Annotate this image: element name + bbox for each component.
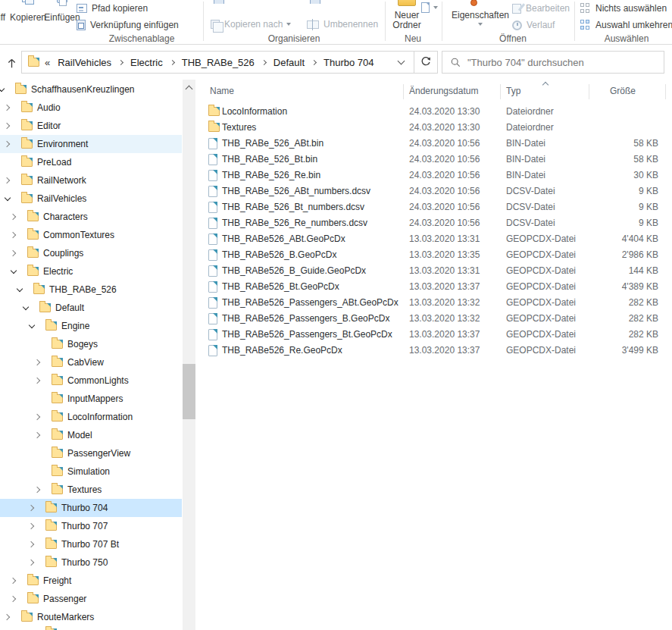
chevron-expanded-icon[interactable] [27, 321, 36, 331]
paste-shortcut-button[interactable]: Verknüpfung einfügen [77, 18, 179, 32]
tree-item-characters[interactable]: Characters [0, 208, 182, 226]
tree-item-railvehicles[interactable]: RailVehicles [0, 190, 182, 208]
chevron-expanded-icon[interactable] [9, 267, 18, 276]
edit-button[interactable]: Bearbeiten [512, 2, 570, 15]
tree-scrollbar[interactable] [183, 80, 195, 630]
breadcrumb-item[interactable]: Default [269, 57, 319, 68]
search-box[interactable] [442, 51, 664, 74]
tree-item-freight[interactable]: Freight [0, 572, 182, 590]
file-row-thb-rabe526-passengers-abt-geopcdx[interactable]: THB_RABe526_Passengers_ABt.GeoPcDx 13.03… [197, 295, 672, 311]
file-row-thb-rabe526-bt-geopcdx[interactable]: THB_RABe526_Bt.GeoPcDx 13.03.2020 13:37 … [197, 279, 672, 295]
column-divider[interactable] [403, 84, 404, 99]
column-header-date[interactable]: Änderungsdatum [409, 86, 478, 96]
chevron-collapsed-icon[interactable] [9, 230, 18, 240]
chevron-collapsed-icon[interactable] [3, 103, 12, 112]
scrollbar-thumb[interactable] [183, 364, 195, 419]
column-header-type[interactable]: Typ [506, 86, 520, 96]
file-row-thb-rabe-526-re-bin[interactable]: THB_RABe_526_Re.bin 24.03.2020 10:56 BIN… [197, 168, 672, 183]
search-input[interactable] [461, 57, 664, 68]
breadcrumb-separator-icon[interactable] [311, 59, 317, 64]
breadcrumb-separator-icon[interactable] [170, 59, 175, 64]
tree-item-couplings[interactable]: Couplings [0, 244, 182, 262]
breadcrumb-separator-icon[interactable] [118, 59, 123, 64]
chevron-collapsed-icon[interactable] [33, 376, 42, 385]
file-row-textures[interactable]: Textures 24.03.2020 13:30 Dateiordner [197, 120, 672, 136]
tree-item-schaffhausenkreuzlingen[interactable]: SchaffhausenKreuzlingen [0, 80, 182, 99]
file-row-thb-rabe-526-abt-numbers-dcsv[interactable]: THB_RABe_526_ABt_numbers.dcsv 24.03.2020… [197, 183, 672, 199]
file-row-thb-rabe526-b-geopcdx[interactable]: THB_RABe526_B.GeoPcDx 13.03.2020 13:35 G… [197, 247, 672, 263]
tree-item-partial[interactable] [0, 626, 182, 630]
tree-item-cabview[interactable]: CabView [0, 353, 182, 371]
breadcrumb-item[interactable]: RailVehicles [53, 57, 126, 68]
address-bar[interactable]: « RailVehicles Electric THB_RABe_526 [21, 51, 414, 74]
copy-path-button[interactable]: Pfad kopieren [77, 2, 148, 15]
chevron-collapsed-icon[interactable] [3, 139, 12, 149]
chevron-collapsed-icon[interactable] [9, 594, 18, 603]
column-header-name[interactable]: Name [210, 86, 234, 96]
chevron-expanded-icon[interactable] [21, 303, 30, 312]
chevron-collapsed-icon[interactable] [27, 558, 36, 567]
tree-item-textures[interactable]: Textures [0, 481, 182, 499]
breadcrumb-overflow-icon[interactable]: « [45, 57, 50, 68]
tree-item-inputmappers[interactable]: InputMappers [0, 390, 182, 408]
rename-button[interactable]: Umbenennen [307, 17, 378, 31]
tree-item-thurbo-707[interactable]: Thurbo 707 [0, 517, 182, 535]
tree-item-thurbo-707-bt[interactable]: Thurbo 707 Bt [0, 535, 182, 553]
tree-item-thurbo-750[interactable]: Thurbo 750 [0, 553, 182, 572]
select-none-button[interactable]: Nichts auswählen [580, 2, 667, 15]
tree-item-model[interactable]: Model [0, 426, 182, 444]
tree-item-audio[interactable]: Audio [0, 99, 182, 117]
chevron-collapsed-icon[interactable] [3, 176, 12, 185]
tree-item-default[interactable]: Default [0, 299, 182, 317]
tree-item-locoinformation[interactable]: LocoInformation [0, 408, 182, 426]
tree-item-thb-rabe-526[interactable]: THB_RABe_526 [0, 281, 182, 299]
tree-item-passenger[interactable]: Passenger [0, 590, 182, 608]
tree-item-thurbo-704[interactable]: Thurbo 704 [0, 499, 182, 517]
file-row-thb-rabe-526-re-numbers-dcsv[interactable]: THB_RABe_526_Re_numbers.dcsv 24.03.2020 … [197, 215, 672, 231]
scrollbar-up-arrow-icon[interactable] [183, 81, 195, 93]
column-header-size[interactable]: Größe [610, 86, 636, 96]
tree-item-engine[interactable]: Engine [0, 317, 182, 335]
breadcrumb-separator-icon[interactable] [261, 59, 267, 64]
file-row-thb-rabe526-abt-geopcdx[interactable]: THB_RABe526_ABt.GeoPcDx 13.03.2020 13:31… [197, 231, 672, 247]
chevron-collapsed-icon[interactable] [3, 613, 12, 622]
tree-item-preload[interactable]: PreLoad [0, 153, 182, 171]
column-divider[interactable] [589, 84, 589, 99]
tree-item-passengerview[interactable]: PassengerView [0, 444, 182, 462]
refresh-button[interactable] [414, 51, 438, 74]
chevron-expanded-icon[interactable] [0, 85, 6, 94]
chevron-collapsed-icon[interactable] [9, 249, 18, 258]
column-divider[interactable] [665, 84, 666, 99]
tree-item-simulation[interactable]: Simulation [0, 462, 182, 481]
up-button[interactable] [2, 53, 20, 73]
file-row-thb-rabe-526-bt-bin[interactable]: THB_RABe_526_Bt.bin 24.03.2020 10:56 BIN… [197, 152, 672, 168]
tree-item-environment[interactable]: Environment [0, 135, 182, 153]
chevron-expanded-icon[interactable] [3, 194, 12, 203]
breadcrumb-item[interactable]: Electric [126, 57, 177, 68]
history-button[interactable]: Verlauf [512, 18, 555, 32]
file-row-thb-rabe526-passengers-bt-geopcdx[interactable]: THB_RABe526_Passengers_Bt.GeoPcDx 13.03.… [197, 327, 672, 343]
chevron-collapsed-icon[interactable] [3, 121, 12, 130]
file-row-locoinformation[interactable]: LocoInformation 24.03.2020 13:30 Dateior… [197, 104, 672, 120]
tree-item-routemarkers[interactable]: RouteMarkers [0, 608, 182, 626]
breadcrumb-item[interactable]: Thurbo 704 [319, 57, 379, 68]
file-row-thb-rabe526-b-guide-geopcdx[interactable]: THB_RABe526_B_Guide.GeoPcDx 13.03.2020 1… [197, 263, 672, 279]
tree-item-editor[interactable]: Editor [0, 117, 182, 135]
chevron-collapsed-icon[interactable] [33, 431, 42, 440]
chevron-collapsed-icon[interactable] [27, 540, 36, 549]
chevron-collapsed-icon[interactable] [33, 485, 42, 494]
tree-item-commontextures[interactable]: CommonTextures [0, 226, 182, 244]
breadcrumb-item[interactable]: THB_RABe_526 [177, 57, 269, 68]
chevron-collapsed-icon[interactable] [33, 412, 42, 422]
invert-selection-button[interactable]: Auswahl umkehren [580, 18, 672, 32]
tree-item-electric[interactable]: Electric [0, 262, 182, 281]
copy-to-button[interactable]: Kopieren nach [211, 17, 291, 31]
address-dropdown-icon[interactable] [398, 57, 405, 64]
chevron-collapsed-icon[interactable] [27, 522, 36, 531]
file-row-thb-rabe526-re-geopcdx[interactable]: THB_RABe526_Re.GeoPcDx 13.03.2020 13:37 … [197, 343, 672, 359]
chevron-expanded-icon[interactable] [15, 285, 24, 294]
tree-item-commonlights[interactable]: CommonLights [0, 371, 182, 390]
column-divider[interactable] [500, 84, 501, 99]
file-row-thb-rabe526-passengers-b-geopcdx[interactable]: THB_RABe526_Passengers_B.GeoPcDx 13.03.2… [197, 311, 672, 327]
file-row-thb-rabe-526-bt-numbers-dcsv[interactable]: THB_RABe_526_Bt_numbers.dcsv 24.03.2020 … [197, 199, 672, 215]
